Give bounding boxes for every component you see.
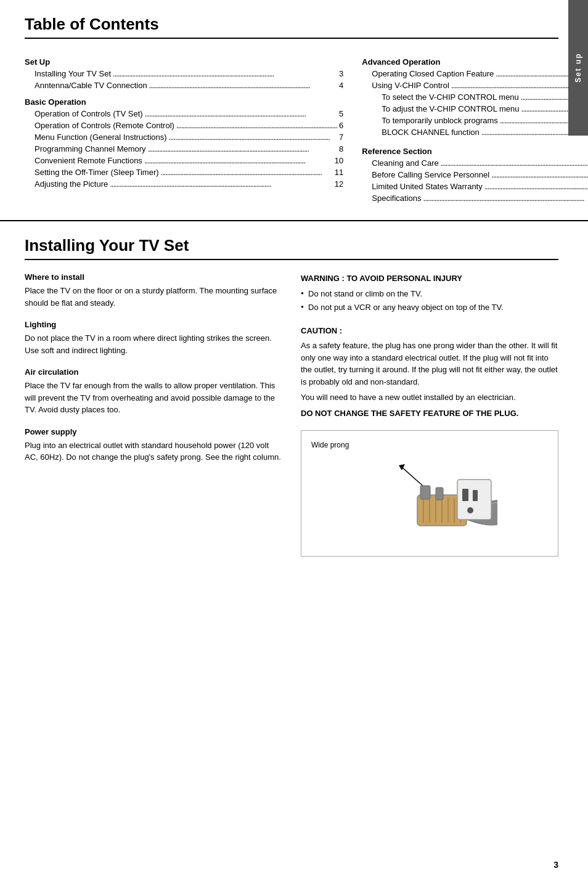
toc-columns: Set Up Installing Your TV Set 3 Anntenna… <box>25 51 558 205</box>
toc-basic-group: Basic Operation <box>25 97 343 107</box>
toc-item: Adjusting the Picture 12 <box>25 179 343 190</box>
toc-item: Limited United States Warranty 19 <box>362 182 588 192</box>
svg-rect-14 <box>473 490 478 501</box>
caution-para-1: As a safety feature, the plug has one pr… <box>301 340 558 388</box>
air-title: Air circulation <box>25 367 282 377</box>
toc-item: Operation of Controls (Remote Control) 6 <box>25 121 343 131</box>
power-title: Power supply <box>25 427 282 436</box>
warning-colon: : TO AVOID PERSONAL INJURY <box>340 274 462 283</box>
air-text: Place the TV far enough from the walls t… <box>25 380 282 416</box>
toc-title: Table of Contents <box>25 15 558 39</box>
air-circulation: Air circulation Place the TV far enough … <box>25 367 282 416</box>
plug-svg <box>362 452 497 544</box>
toc-item: Setting the Off-Timer (Sleep Timer) 11 <box>25 168 343 178</box>
warning-block: WARNING : TO AVOID PERSONAL INJURY Do no… <box>301 272 558 314</box>
caution-block: CAUTION : As a safety feature, the plug … <box>301 325 558 420</box>
lighting-text: Do not place the TV in a room where dire… <box>25 332 282 356</box>
install-section: Installing Your TV Set Where to install … <box>0 221 588 571</box>
toc-item: To select the V-CHIP CONTROL menu 14 <box>362 92 588 103</box>
toc-item: Before Calling Service Personnel 18 <box>362 170 588 181</box>
where-text: Place the TV on the floor or on a sturdy… <box>25 285 282 309</box>
where-to-install: Where to install Place the TV on the flo… <box>25 272 282 309</box>
page: Set up Table of Contents Set Up Installi… <box>0 0 588 882</box>
toc-item: Cleaning and Care 18 <box>362 158 588 169</box>
caution-para-2: You will need to have a new outlet insta… <box>301 391 558 404</box>
toc-left: Set Up Installing Your TV Set 3 Anntenna… <box>25 51 343 205</box>
install-columns: Where to install Place the TV on the flo… <box>25 272 558 557</box>
toc-item: Menu Function (General Instructions) 7 <box>25 133 343 143</box>
plug-label: Wide prong <box>311 441 349 449</box>
plug-illustration: Wide prong <box>301 430 558 557</box>
warning-list: Do not stand or climb on the TV. Do not … <box>301 288 558 314</box>
toc-item: Specifications Back cover <box>362 194 588 204</box>
install-left-col: Where to install Place the TV on the flo… <box>25 272 282 557</box>
warning-title: WARNING : TO AVOID PERSONAL INJURY <box>301 272 558 285</box>
where-title: Where to install <box>25 272 282 282</box>
install-right-col: WARNING : TO AVOID PERSONAL INJURY Do no… <box>301 272 558 557</box>
toc-item: To adjust the V-CHIP CONTROL menu 15 <box>362 104 588 115</box>
toc-right: Advanced Operation Operating Closed Capt… <box>362 51 588 205</box>
side-tab: Set up <box>568 0 588 136</box>
toc-reference-group: Reference Section <box>362 147 588 156</box>
toc-item: To temporarily unblock programs 17 <box>362 116 588 126</box>
warning-bullet-2: Do not put a VCR or any heavy object on … <box>301 301 558 314</box>
toc-item: Operating Closed Caption Feature 13 <box>362 69 588 80</box>
svg-rect-3 <box>420 486 430 499</box>
toc-item: Convenient Remote Functions 10 <box>25 156 343 166</box>
toc-item: BLOCK CHANNEL function 17 <box>362 128 588 138</box>
toc-advanced-group: Advanced Operation <box>362 57 588 67</box>
page-number: 3 <box>553 860 558 870</box>
lighting: Lighting Do not place the TV in a room w… <box>25 320 282 356</box>
toc-item: Anntenna/Cable TV Connection 4 <box>25 81 343 91</box>
svg-rect-13 <box>462 489 468 501</box>
svg-point-15 <box>467 507 473 513</box>
side-tab-label: Set up <box>574 53 582 83</box>
toc-item: Installing Your TV Set 3 <box>25 69 343 80</box>
toc-item: Using V-CHIP Control 14 <box>362 81 588 91</box>
toc-item: Programming Channel Memory 8 <box>25 144 343 155</box>
warning-title-text: WARNING <box>301 274 340 283</box>
toc-setup-group: Set Up <box>25 57 343 67</box>
power-supply: Power supply Plug into an electrical out… <box>25 427 282 463</box>
caution-para-3: DO NOT CHANGE THE SAFETY FEATURE OF THE … <box>301 407 558 420</box>
power-text: Plug into an electrical outlet with stan… <box>25 439 282 463</box>
toc-item: Operation of Controls (TV Set) 5 <box>25 109 343 120</box>
lighting-title: Lighting <box>25 320 282 329</box>
install-title: Installing Your TV Set <box>25 236 558 260</box>
toc-section: Table of Contents Set Up Installing Your… <box>0 0 588 221</box>
warning-bullet-1: Do not stand or climb on the TV. <box>301 288 558 300</box>
caution-title: CAUTION : <box>301 325 558 337</box>
